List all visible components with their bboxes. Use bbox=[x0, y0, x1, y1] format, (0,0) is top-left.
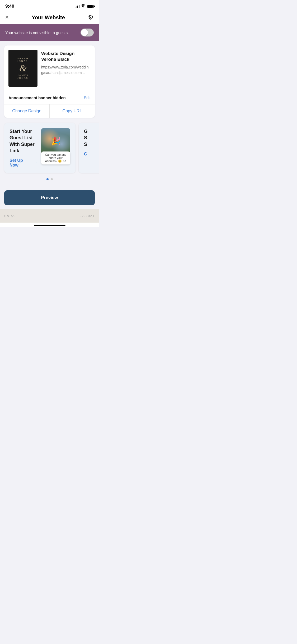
wedding-thumbnail: SARAHJONAS & JAMESJONAS bbox=[8, 50, 37, 87]
website-info: Website Design - Verona Black https://ww… bbox=[41, 50, 91, 76]
nav-header: × Your Website ⚙ bbox=[0, 11, 99, 24]
promo-card-second: GSS C bbox=[79, 123, 99, 173]
promo-title: Start Your Guest List With Super Link bbox=[10, 128, 37, 154]
promo-card-content: Start Your Guest List With Super Link Se… bbox=[10, 128, 70, 168]
promo-image-block: Can you tap and share your address? 😉 Xo bbox=[41, 128, 70, 164]
website-card-top: SARAHJONAS & JAMESJONAS Website Design -… bbox=[4, 45, 95, 91]
status-icons bbox=[75, 4, 94, 8]
website-card: SARAHJONAS & JAMESJONAS Website Design -… bbox=[4, 45, 95, 118]
strip-right-text: 07.2021 bbox=[80, 214, 95, 218]
promo-second-action[interactable]: C bbox=[84, 152, 99, 157]
visibility-banner: Your website is not visible to guests. bbox=[0, 24, 99, 41]
home-bar bbox=[34, 225, 65, 226]
gear-icon[interactable]: ⚙ bbox=[88, 14, 94, 21]
visibility-toggle[interactable] bbox=[81, 29, 94, 36]
image-caption: Can you tap and share your address? 😉 Xo bbox=[41, 151, 70, 164]
home-indicator bbox=[0, 223, 99, 227]
cards-scroll: Start Your Guest List With Super Link Se… bbox=[4, 123, 95, 173]
thumbnail-top-name: SARAHJONAS bbox=[17, 57, 29, 62]
dot-1 bbox=[46, 178, 49, 180]
preview-section: Preview bbox=[0, 190, 99, 209]
change-design-button[interactable]: Change Design bbox=[4, 104, 50, 118]
dot-2 bbox=[51, 178, 53, 180]
set-up-now-button[interactable]: Set Up Now → bbox=[10, 158, 37, 168]
wifi-icon bbox=[81, 4, 85, 8]
promo-section: Start Your Guest List With Super Link Se… bbox=[4, 123, 95, 173]
promo-second-title: GSS bbox=[84, 128, 99, 148]
visibility-message: Your website is not visible to guests. bbox=[5, 30, 77, 35]
announcement-label: Announcement banner hidden bbox=[8, 95, 66, 100]
preview-button[interactable]: Preview bbox=[4, 190, 95, 205]
carousel-dots bbox=[4, 178, 95, 180]
website-url: https://www.zola.com/wedding/sarahandjam… bbox=[41, 65, 91, 76]
card-actions: Change Design Copy URL bbox=[4, 104, 95, 118]
close-button[interactable]: × bbox=[5, 15, 9, 20]
promo-text-block: Start Your Guest List With Super Link Se… bbox=[10, 128, 37, 168]
status-time: 9:40 bbox=[5, 4, 14, 9]
battery-icon bbox=[87, 5, 94, 8]
thumbnail-bottom-name: JAMESJONAS bbox=[17, 74, 28, 79]
announcement-row: Announcement banner hidden Edit bbox=[4, 91, 95, 104]
strip-left-text: SARA bbox=[4, 214, 15, 218]
thumbnail-ampersand: & bbox=[19, 63, 27, 73]
website-design-name: Website Design - Verona Black bbox=[41, 51, 91, 62]
signal-icon bbox=[75, 4, 79, 8]
bottom-strip: SARA 07.2021 bbox=[0, 209, 99, 223]
edit-button[interactable]: Edit bbox=[84, 95, 91, 100]
status-bar: 9:40 bbox=[0, 0, 99, 11]
main-content: SARAHJONAS & JAMESJONAS Website Design -… bbox=[0, 41, 99, 190]
page-title: Your Website bbox=[32, 15, 65, 21]
party-image bbox=[41, 128, 70, 155]
copy-url-button[interactable]: Copy URL bbox=[50, 104, 95, 118]
guest-list-promo-card: Start Your Guest List With Super Link Se… bbox=[4, 123, 76, 173]
